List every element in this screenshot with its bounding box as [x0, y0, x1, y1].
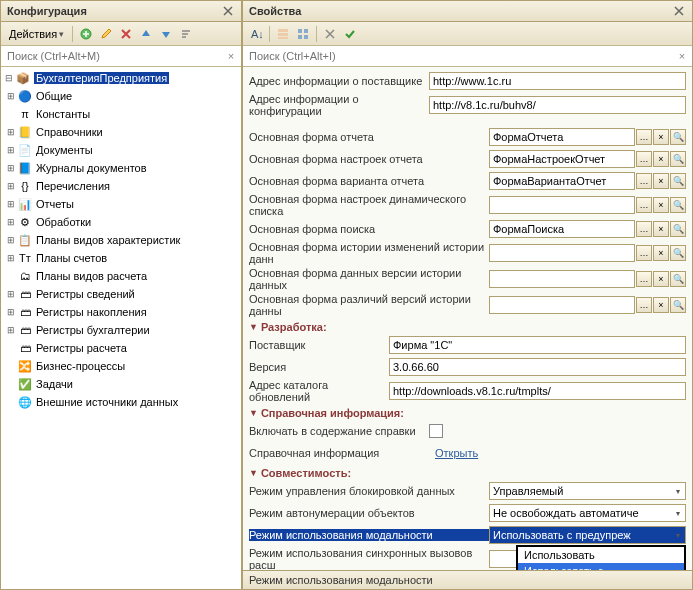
- prop-input[interactable]: [389, 358, 686, 376]
- magnify-button[interactable]: 🔍: [670, 197, 686, 213]
- expander-icon[interactable]: [5, 396, 17, 408]
- clear-button[interactable]: ×: [653, 129, 669, 145]
- section-dev[interactable]: ▼ Разработка:: [249, 321, 686, 333]
- prop-input[interactable]: [489, 128, 635, 146]
- prop-input[interactable]: [489, 270, 635, 288]
- expander-icon[interactable]: ⊞: [5, 126, 17, 138]
- expander-icon[interactable]: ⊞: [5, 180, 17, 192]
- help-open-link[interactable]: Открыть: [435, 447, 478, 459]
- config-tree[interactable]: ⊟ 📦 БухгалтерияПредприятия ⊞🔵ОбщиеπКонст…: [1, 67, 241, 589]
- sort-icon[interactable]: [177, 25, 195, 43]
- magnify-button[interactable]: 🔍: [670, 151, 686, 167]
- close-icon[interactable]: [672, 4, 686, 18]
- clear-button[interactable]: ×: [653, 197, 669, 213]
- section-help[interactable]: ▼ Справочная информация:: [249, 407, 686, 419]
- tree-item[interactable]: ⊞ТтПланы счетов: [1, 249, 241, 267]
- prop-input[interactable]: [389, 382, 686, 400]
- expander-icon[interactable]: ⊞: [5, 90, 17, 102]
- actions-menu[interactable]: Действия ▾: [5, 26, 68, 42]
- expander-icon[interactable]: [5, 378, 17, 390]
- clear-button[interactable]: ×: [653, 271, 669, 287]
- sort-alpha-icon[interactable]: A↓: [247, 25, 265, 43]
- prop-input[interactable]: [489, 296, 635, 314]
- expander-icon[interactable]: [5, 108, 17, 120]
- delete-icon[interactable]: [117, 25, 135, 43]
- tree-item[interactable]: ✅Задачи: [1, 375, 241, 393]
- expander-icon[interactable]: ⊞: [5, 324, 17, 336]
- tree-item[interactable]: ⊞{}Перечисления: [1, 177, 241, 195]
- categories-icon[interactable]: [274, 25, 292, 43]
- chevron-down-icon[interactable]: ▾: [674, 509, 682, 518]
- ellipsis-button[interactable]: …: [636, 221, 652, 237]
- tree-root[interactable]: ⊟ 📦 БухгалтерияПредприятия: [1, 69, 241, 87]
- tree-item[interactable]: 🌐Внешние источники данных: [1, 393, 241, 411]
- expander-icon[interactable]: ⊞: [5, 234, 17, 246]
- clear-button[interactable]: ×: [653, 173, 669, 189]
- magnify-button[interactable]: 🔍: [670, 245, 686, 261]
- dropdown-item[interactable]: Использовать: [518, 547, 684, 563]
- add-icon[interactable]: [77, 25, 95, 43]
- expander-icon[interactable]: ⊞: [5, 144, 17, 156]
- tree-item[interactable]: ⊞📒Справочники: [1, 123, 241, 141]
- ellipsis-button[interactable]: …: [636, 197, 652, 213]
- tree-item[interactable]: ⊞📄Документы: [1, 141, 241, 159]
- prop-input[interactable]: [489, 220, 635, 238]
- tree-item[interactable]: ⊞🗃Регистры бухгалтерии: [1, 321, 241, 339]
- magnify-button[interactable]: 🔍: [670, 221, 686, 237]
- modality-dropdown[interactable]: ИспользоватьИспользовать с предупрежде..…: [516, 545, 686, 570]
- tree-item[interactable]: ⊞📊Отчеты: [1, 195, 241, 213]
- clear-button[interactable]: ×: [653, 245, 669, 261]
- edit-icon[interactable]: [97, 25, 115, 43]
- close-icon[interactable]: [221, 4, 235, 18]
- prop-input[interactable]: [489, 196, 635, 214]
- up-icon[interactable]: [137, 25, 155, 43]
- magnify-button[interactable]: 🔍: [670, 173, 686, 189]
- tree-item[interactable]: 🔀Бизнес-процессы: [1, 357, 241, 375]
- down-icon[interactable]: [157, 25, 175, 43]
- tree-item[interactable]: ⊞🗃Регистры накопления: [1, 303, 241, 321]
- tree-item[interactable]: πКонстанты: [1, 105, 241, 123]
- clear-button[interactable]: ×: [653, 297, 669, 313]
- clear-search-icon[interactable]: ×: [223, 48, 239, 64]
- prop-input[interactable]: [389, 336, 686, 354]
- dropdown-item[interactable]: Использовать с предупрежде...: [518, 563, 684, 570]
- help-include-checkbox[interactable]: [429, 424, 443, 438]
- prop-input[interactable]: [489, 172, 635, 190]
- tree-item[interactable]: ⊞🔵Общие: [1, 87, 241, 105]
- prop-input[interactable]: [489, 150, 635, 168]
- magnify-button[interactable]: 🔍: [670, 297, 686, 313]
- expander-icon[interactable]: ⊞: [5, 306, 17, 318]
- prop-select[interactable]: Управляемый▾: [489, 482, 686, 500]
- chevron-down-icon[interactable]: ▾: [674, 487, 682, 496]
- config-search-input[interactable]: [3, 48, 223, 64]
- ellipsis-button[interactable]: …: [636, 271, 652, 287]
- prop-select[interactable]: Не освобождать автоматиче▾: [489, 504, 686, 522]
- minus-icon[interactable]: ⊟: [3, 72, 15, 84]
- grid-icon[interactable]: [294, 25, 312, 43]
- tree-item[interactable]: ⊞📘Журналы документов: [1, 159, 241, 177]
- clear-search-icon[interactable]: ×: [674, 48, 690, 64]
- expander-icon[interactable]: [5, 270, 17, 282]
- clear-button[interactable]: ×: [653, 151, 669, 167]
- section-compat[interactable]: ▼ Совместимость:: [249, 467, 686, 479]
- check-icon[interactable]: [341, 25, 359, 43]
- tree-item[interactable]: ⊞⚙Обработки: [1, 213, 241, 231]
- prop-input[interactable]: [489, 244, 635, 262]
- clear-button[interactable]: ×: [653, 221, 669, 237]
- magnify-button[interactable]: 🔍: [670, 271, 686, 287]
- chevron-down-icon[interactable]: ▾: [674, 531, 682, 540]
- tree-item[interactable]: 🗃Регистры расчета: [1, 339, 241, 357]
- expander-icon[interactable]: ⊞: [5, 252, 17, 264]
- prop-input[interactable]: [429, 96, 686, 114]
- tree-item[interactable]: ⊞📋Планы видов характеристик: [1, 231, 241, 249]
- prop-select[interactable]: Использовать с предупреж▾: [489, 526, 686, 544]
- expander-icon[interactable]: ⊞: [5, 198, 17, 210]
- tree-item[interactable]: 🗂Планы видов расчета: [1, 267, 241, 285]
- expander-icon[interactable]: ⊞: [5, 162, 17, 174]
- x-icon[interactable]: [321, 25, 339, 43]
- tree-item[interactable]: ⊞🗃Регистры сведений: [1, 285, 241, 303]
- ellipsis-button[interactable]: …: [636, 297, 652, 313]
- expander-icon[interactable]: [5, 342, 17, 354]
- ellipsis-button[interactable]: …: [636, 151, 652, 167]
- ellipsis-button[interactable]: …: [636, 173, 652, 189]
